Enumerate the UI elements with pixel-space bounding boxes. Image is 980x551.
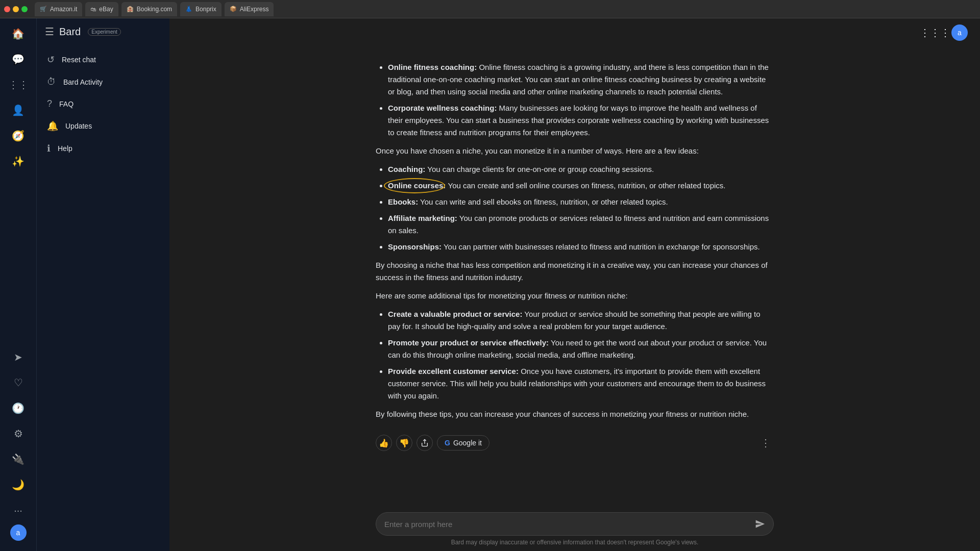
tab-bonprix[interactable]: 👗 Bonprix: [180, 2, 222, 16]
tip3-title: Provide excellent customer service:: [388, 367, 519, 375]
tab-booking[interactable]: 🏨 Booking.com: [121, 2, 177, 16]
bullet-corporate-wellness: Corporate wellness coaching: Many busine…: [388, 102, 774, 139]
history-icon[interactable]: 🕐: [7, 397, 30, 419]
coaching-text: You can charge clients for one-on-one or…: [427, 165, 654, 173]
gear-icon[interactable]: ⚙: [7, 422, 30, 445]
browser-bar: 🛒 Amazon.it 🛍 eBay 🏨 Booking.com 👗 Bonpr…: [0, 0, 980, 18]
heart-icon[interactable]: ♡: [7, 371, 30, 394]
chat-content: Online fitness coaching: Online fitness …: [355, 61, 794, 455]
tip-valuable-product: Create a valuable product or service: Yo…: [388, 308, 774, 333]
thumbs-up-button[interactable]: 👍: [376, 435, 392, 451]
affiliate-title: Affiliate marketing:: [388, 214, 457, 222]
top-bar: ⋮⋮⋮ a: [169, 18, 980, 47]
bullet-ebooks: Ebooks: You can write and sell ebooks on…: [388, 196, 774, 208]
faq-item[interactable]: ? FAQ: [37, 93, 165, 114]
online-courses-text: You can create and sell online courses o…: [448, 181, 726, 190]
ebooks-title: Ebooks:: [388, 197, 418, 206]
updates-label: Updates: [65, 122, 92, 130]
sponsorships-title: Sponsorships:: [388, 242, 442, 251]
faq-icon: ?: [47, 98, 52, 109]
updates-item[interactable]: 🔔 Updates: [37, 115, 165, 137]
input-container: [376, 512, 774, 536]
user-avatar[interactable]: a: [10, 524, 27, 541]
coaching-title: Coaching:: [388, 165, 425, 173]
experiment-badge: Experiment: [88, 28, 121, 36]
updates-icon: 🔔: [47, 120, 58, 132]
prompt-input[interactable]: [384, 520, 749, 529]
top-bar-right: ⋮⋮⋮ a: [925, 22, 968, 43]
contacts-icon[interactable]: 👤: [7, 99, 30, 121]
faq-label: FAQ: [59, 100, 74, 108]
bard-logo: Bard: [59, 26, 81, 38]
help-label: Help: [58, 144, 72, 153]
tip-customer-service: Provide excellent customer service: Once…: [388, 365, 774, 402]
online-courses-title: Online courses:: [388, 181, 446, 190]
ebooks-text: You can write and sell ebooks on fitness…: [420, 197, 668, 206]
send-button[interactable]: [755, 519, 765, 529]
para3: Here are some additional tips for moneti…: [376, 290, 774, 302]
tip2-title: Promote your product or service effectiv…: [388, 338, 549, 347]
dark-mode-icon[interactable]: 🌙: [7, 473, 30, 496]
sparkle-icon[interactable]: ✨: [7, 150, 30, 172]
thumbs-down-button[interactable]: 👎: [396, 435, 412, 451]
google-it-label: Google it: [453, 439, 482, 447]
explore-icon[interactable]: 🧭: [7, 124, 30, 147]
google-apps-icon[interactable]: ⋮⋮: [7, 73, 30, 96]
action-bar: 👍 👎 G Google it ⋮: [376, 427, 774, 455]
google-it-button[interactable]: G Google it: [437, 435, 489, 450]
tip-promote: Promote your product or service effectiv…: [388, 337, 774, 361]
google-icon: G: [445, 439, 450, 447]
chat-area[interactable]: Online fitness coaching: Online fitness …: [169, 47, 980, 512]
tab-amazon[interactable]: 🛒 Amazon.it: [35, 2, 82, 16]
bullet-coaching: Coaching: You can charge clients for one…: [388, 163, 774, 176]
bullet-fitness-coaching: Online fitness coaching: Online fitness …: [388, 61, 774, 98]
tab-ebay[interactable]: 🛍 eBay: [85, 2, 118, 16]
reset-chat-item[interactable]: ↺ Reset chat: [37, 49, 165, 70]
extension-icon[interactable]: 🔌: [7, 448, 30, 470]
bard-activity-item[interactable]: ⏱ Bard Activity: [37, 71, 165, 92]
para4: By following these tips, you can increas…: [376, 408, 774, 420]
share-button[interactable]: [416, 435, 433, 451]
bullet-affiliate: Affiliate marketing: You can promote pro…: [388, 212, 774, 237]
monetize-intro: Once you have chosen a niche, you can mo…: [376, 145, 774, 157]
chat-icon[interactable]: 💬: [7, 48, 30, 70]
more-options-icon[interactable]: ···: [7, 499, 30, 521]
main-area: ⋮⋮⋮ a Online fitness coaching: Online fi…: [169, 18, 980, 551]
nav-items: ↺ Reset chat ⏱ Bard Activity ? FAQ 🔔 Upd…: [37, 45, 169, 163]
activity-icon: ⏱: [47, 77, 56, 87]
bard-activity-label: Bard Activity: [63, 78, 103, 86]
bullet-sponsorships: Sponsorships: You can partner with busin…: [388, 241, 774, 253]
response-text: Online fitness coaching: Online fitness …: [376, 61, 774, 420]
reset-icon: ↺: [47, 54, 55, 65]
hamburger-button[interactable]: ☰: [45, 26, 54, 38]
user-avatar-top[interactable]: a: [951, 24, 968, 41]
google-apps-button[interactable]: ⋮⋮⋮: [925, 22, 945, 43]
more-button[interactable]: ⋮: [757, 435, 774, 451]
nav-header: ☰ Bard Experiment: [37, 18, 169, 45]
left-nav: ☰ Bard Experiment ↺ Reset chat ⏱ Bard Ac…: [37, 18, 169, 551]
tab-aliexpress[interactable]: 📦 AliExpress: [225, 2, 274, 16]
home-icon[interactable]: 🏠: [7, 22, 30, 45]
sponsorships-text: You can partner with businesses related …: [444, 242, 760, 251]
disclaimer: Bard may display inaccurate or offensive…: [376, 536, 774, 551]
help-icon: ℹ: [47, 143, 51, 154]
bullet-online-courses: Online courses: You can create and sell …: [388, 180, 774, 192]
icon-strip: 🏠 💬 ⋮⋮ 👤 🧭 ✨ ➤ ♡ 🕐 ⚙ 🔌 🌙 ··· a: [0, 18, 37, 551]
para2: By choosing a niche that has less compet…: [376, 259, 774, 284]
tip1-title: Create a valuable product or service:: [388, 310, 522, 318]
reset-chat-label: Reset chat: [62, 56, 96, 64]
help-item[interactable]: ℹ Help: [37, 138, 165, 159]
send-icon[interactable]: ➤: [7, 346, 30, 368]
